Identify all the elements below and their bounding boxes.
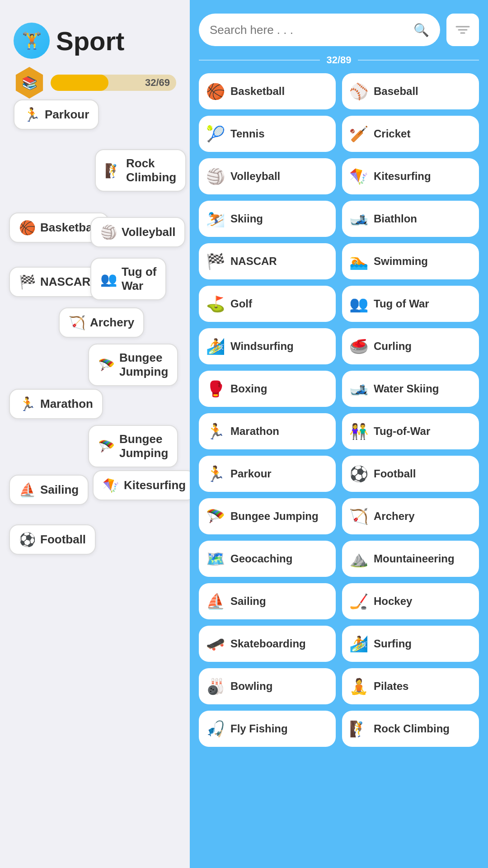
search-row: 🔍 — [199, 14, 479, 46]
vocab-card-archery[interactable]: 🏹Archery — [59, 307, 144, 338]
sport-card-16[interactable]: 🏃Marathon — [199, 413, 336, 449]
sport-label: Curling — [374, 340, 412, 353]
search-input[interactable] — [210, 23, 408, 37]
sport-emoji: ⛳ — [206, 295, 225, 313]
sport-label: Geocaching — [230, 552, 292, 566]
sport-card-14[interactable]: 🥊Boxing — [199, 371, 336, 407]
sport-card-21[interactable]: 🏹Archery — [342, 498, 479, 534]
sport-emoji: 🧗 — [349, 720, 368, 738]
sport-card-1[interactable]: ⚾Baseball — [342, 73, 479, 109]
sport-card-20[interactable]: 🪂Bungee Jumping — [199, 498, 336, 534]
vocab-card-parkour[interactable]: 🏃Parkour — [14, 99, 99, 130]
sport-card-26[interactable]: 🛹Skateboarding — [199, 626, 336, 662]
sport-card-24[interactable]: ⛵Sailing — [199, 583, 336, 619]
title-row: 🏋️ Sport — [14, 23, 176, 59]
sport-card-2[interactable]: 🎾Tennis — [199, 116, 336, 152]
sport-card-8[interactable]: 🏁NASCAR — [199, 243, 336, 279]
sport-card-11[interactable]: 👥Tug of War — [342, 286, 479, 322]
vocab-emoji: 🪂 — [98, 439, 115, 454]
vocab-label: NASCAR — [40, 275, 90, 289]
sport-label: Bowling — [230, 680, 272, 693]
sport-emoji: 🏒 — [349, 592, 368, 610]
right-panel: 🔍 32/89 🏀Basketball⚾Baseball🎾Tennis🏏Cric… — [190, 0, 488, 868]
vocab-card-bungee1[interactable]: 🪂Bungee Jumping — [88, 344, 178, 386]
vocab-card-marathon[interactable]: 🏃Marathon — [9, 389, 103, 419]
sport-card-3[interactable]: 🏏Cricket — [342, 116, 479, 152]
sport-card-12[interactable]: 🏄Windsurfing — [199, 328, 336, 364]
vocab-label: Sailing — [40, 483, 79, 497]
sport-emoji: 🏁 — [206, 252, 225, 270]
sport-emoji: 🪁 — [349, 167, 368, 185]
grid-container[interactable]: 🏀Basketball⚾Baseball🎾Tennis🏏Cricket🏐Voll… — [199, 73, 479, 859]
sport-card-29[interactable]: 🧘Pilates — [342, 668, 479, 704]
vocab-label: Volleyball — [122, 225, 175, 239]
sport-emoji: 🧘 — [349, 677, 368, 695]
filter-button[interactable] — [446, 14, 479, 46]
sport-label: Tennis — [230, 127, 265, 141]
divider-line-left — [199, 60, 320, 61]
vocab-label: Bungee Jumping — [119, 432, 168, 460]
sport-label: Skateboarding — [230, 637, 306, 651]
sport-card-27[interactable]: 🏄Surfing — [342, 626, 479, 662]
sport-emoji: ⚽ — [349, 465, 368, 483]
sport-card-7[interactable]: 🎿Biathlon — [342, 201, 479, 237]
sport-card-5[interactable]: 🪁Kitesurfing — [342, 158, 479, 194]
sport-label: Parkour — [230, 467, 272, 481]
sport-card-17[interactable]: 👫Tug-of-War — [342, 413, 479, 449]
sport-emoji: 🏃 — [206, 465, 225, 483]
vocab-card-kitesurfing[interactable]: 🪁Kitesurfing — [93, 470, 190, 500]
vocab-card-tug-of-war[interactable]: 👥Tug of War — [90, 258, 166, 300]
sport-label: Tug-of-War — [374, 425, 430, 438]
sport-emoji: 🏄 — [349, 635, 368, 653]
sport-card-30[interactable]: 🎣Fly Fishing — [199, 711, 336, 747]
progress-text: 32/69 — [145, 77, 170, 89]
sport-label: Water Skiing — [374, 382, 439, 396]
sport-card-10[interactable]: ⛳Golf — [199, 286, 336, 322]
sport-card-18[interactable]: 🏃Parkour — [199, 456, 336, 492]
progress-bar-fill — [51, 75, 108, 91]
vocab-label: Kitesurfing — [124, 478, 186, 492]
sport-card-9[interactable]: 🏊Swimming — [342, 243, 479, 279]
vocab-label: Parkour — [45, 108, 89, 122]
vocab-emoji: ⚽ — [19, 532, 36, 547]
vocab-emoji: 🏹 — [69, 315, 85, 330]
page-title: Sport — [56, 26, 124, 56]
sport-emoji: 🎾 — [206, 125, 225, 143]
sport-label: Mountaineering — [374, 552, 455, 566]
sport-emoji: 👥 — [349, 295, 368, 313]
sport-card-4[interactable]: 🏐Volleyball — [199, 158, 336, 194]
sport-card-23[interactable]: ⛰️Mountaineering — [342, 541, 479, 577]
sport-grid: 🏀Basketball⚾Baseball🎾Tennis🏏Cricket🏐Voll… — [199, 73, 479, 756]
divider-progress: 32/89 — [326, 54, 351, 66]
sport-emoji: 👫 — [349, 422, 368, 440]
left-panel: 🏋️ Sport 📚 32/69 🏃Parkour🧗Rock Climbing🏀… — [0, 0, 190, 868]
sport-label: Bungee Jumping — [230, 510, 319, 523]
sport-card-15[interactable]: 🎿Water Skiing — [342, 371, 479, 407]
sport-card-0[interactable]: 🏀Basketball — [199, 73, 336, 109]
sport-label: Kitesurfing — [374, 170, 431, 183]
sport-card-31[interactable]: 🧗Rock Climbing — [342, 711, 479, 747]
sport-label: Biathlon — [374, 212, 417, 226]
vocab-card-football[interactable]: ⚽Football — [9, 524, 96, 555]
vocab-emoji: 🏁 — [19, 274, 36, 290]
sport-card-25[interactable]: 🏒Hockey — [342, 583, 479, 619]
vocab-card-volleyball[interactable]: 🏐Volleyball — [90, 217, 185, 247]
sport-label: Golf — [230, 297, 252, 311]
vocab-card-sailing[interactable]: ⛵Sailing — [9, 475, 89, 505]
sport-label: Windsurfing — [230, 340, 294, 353]
search-icon[interactable]: 🔍 — [413, 22, 429, 38]
sport-card-28[interactable]: 🎳Bowling — [199, 668, 336, 704]
sport-card-22[interactable]: 🗺️Geocaching — [199, 541, 336, 577]
sport-card-13[interactable]: 🥌Curling — [342, 328, 479, 364]
sport-label: Baseball — [374, 85, 418, 98]
sport-label: Fly Fishing — [230, 722, 288, 736]
vocab-emoji: 🏐 — [100, 224, 117, 240]
sport-card-19[interactable]: ⚽Football — [342, 456, 479, 492]
sport-emoji: 🏊 — [349, 252, 368, 270]
vocab-card-nascar[interactable]: 🏁NASCAR — [9, 267, 100, 297]
progress-divider: 32/89 — [199, 54, 479, 66]
sport-label: Football — [374, 467, 416, 481]
vocab-card-bungee2[interactable]: 🪂Bungee Jumping — [88, 425, 178, 467]
vocab-card-rock-climbing[interactable]: 🧗Rock Climbing — [95, 149, 186, 192]
sport-card-6[interactable]: ⛷️Skiing — [199, 201, 336, 237]
